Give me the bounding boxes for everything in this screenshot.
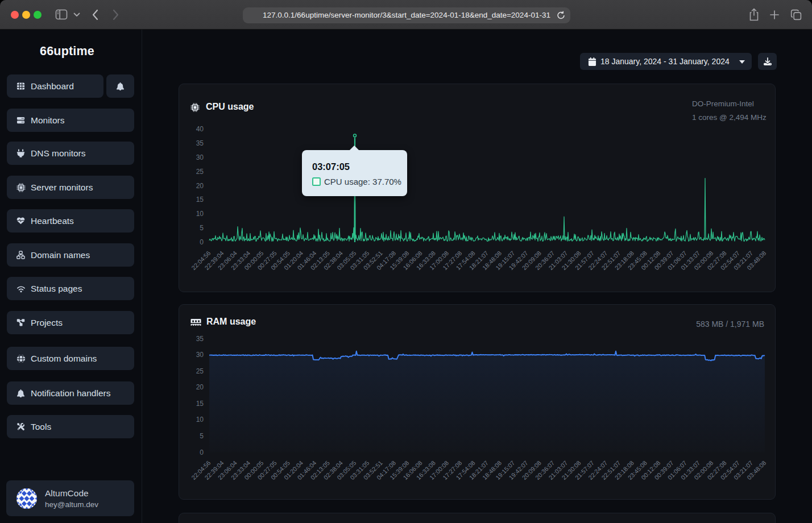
svg-text:0: 0: [200, 238, 204, 246]
svg-text:20: 20: [196, 182, 204, 190]
svg-text:0: 0: [200, 449, 204, 456]
svg-text:25: 25: [196, 168, 204, 176]
svg-text:5: 5: [200, 432, 204, 440]
svg-text:25: 25: [196, 367, 204, 375]
svg-text:10: 10: [196, 416, 204, 424]
svg-text:30: 30: [196, 153, 204, 161]
svg-text:40: 40: [196, 125, 204, 133]
svg-text:30: 30: [196, 351, 204, 359]
svg-text:15: 15: [196, 196, 204, 204]
svg-text:10: 10: [196, 210, 204, 218]
svg-text:35: 35: [196, 139, 204, 147]
svg-text:20: 20: [196, 383, 204, 391]
svg-text:15: 15: [196, 400, 204, 408]
svg-text:35: 35: [196, 335, 204, 343]
svg-text:5: 5: [200, 224, 204, 232]
